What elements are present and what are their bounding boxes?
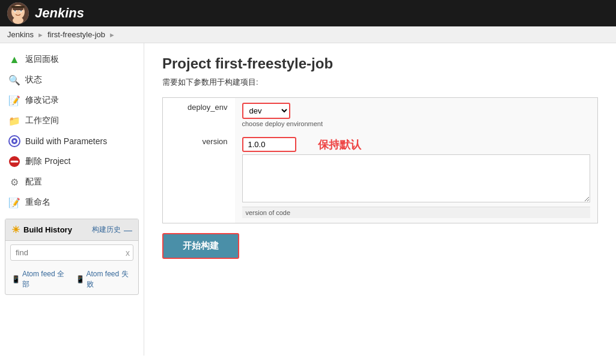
rss-fail-icon: 📱 [76,275,85,284]
rename-icon: 📝 [8,196,20,208]
sidebar-item-status[interactable]: 🔍 状态 [0,70,144,90]
start-build-button[interactable]: 开始构建 [162,233,239,259]
build-history-search-area: x [5,241,138,264]
build-btn-row: 开始构建 [162,233,598,259]
deploy-env-select[interactable]: dev staging prod [242,103,290,119]
param-row-deploy-env: deploy_env dev staging prod choose deplo… [163,98,598,133]
sidebar-label-workspace: 工作空间 [25,115,59,126]
sidebar-item-back-to-dashboard[interactable]: ▲ 返回面板 [0,49,144,70]
atom-feed-row: 📱 Atom feed 全部 📱 Atom feed 失败 [5,264,138,294]
jenkins-logo [7,2,29,24]
build-history-title-text: Build History [23,225,72,234]
arrow-up-icon: ▲ [8,53,20,65]
deploy-env-input-cell: dev staging prod choose deploy environme… [235,98,598,133]
minus-icon: — [124,225,132,235]
svg-point-11 [13,140,16,142]
sidebar-label-back: 返回面板 [25,54,59,65]
sidebar: ▲ 返回面板 🔍 状态 📝 修改记录 📁 工作空间 Build with Par [0,43,144,356]
project-subtitle: 需要如下参数用于构建项目: [162,77,598,88]
sidebar-item-build-with-parameters[interactable]: Build with Parameters [0,131,144,151]
main-layout: ▲ 返回面板 🔍 状态 📝 修改记录 📁 工作空间 Build with Par [0,43,616,356]
version-input[interactable] [242,137,296,152]
sidebar-label-build-with-parameters: Build with Parameters [25,136,107,146]
breadcrumb: Jenkins ► first-freestyle-job ► [0,26,616,43]
atom-feed-fail-link[interactable]: 📱 Atom feed 失败 [76,269,133,290]
build-history-title: ☀ Build History [11,224,72,235]
search-input-wrap: x [10,244,133,261]
version-label: version [163,132,235,223]
delete-icon [8,156,20,168]
sidebar-label-configure: 配置 [25,177,42,187]
svg-rect-8 [11,6,25,8]
svg-point-2 [13,17,23,24]
svg-point-5 [14,10,16,11]
sidebar-item-workspace[interactable]: 📁 工作空间 [0,111,144,131]
deploy-env-label: deploy_env [163,98,235,133]
sidebar-item-configure[interactable]: ⚙ 配置 [0,172,144,192]
build-history-section: ☀ Build History 构建历史 — x 📱 Atom feed 全部 [5,219,139,295]
version-textarea[interactable] [242,154,591,202]
search-input[interactable] [10,244,133,261]
build-history-link[interactable]: 构建历史 — [92,225,132,235]
content-area: Project first-freestyle-job 需要如下参数用于构建项目… [144,43,616,356]
rss-all-icon: 📱 [11,275,20,284]
gear-icon: ⚙ [8,176,20,188]
deploy-env-hint: choose deploy environment [242,120,591,127]
header: Jenkins [0,0,616,26]
jenkins-title: Jenkins [35,5,84,21]
sidebar-item-change-records[interactable]: 📝 修改记录 [0,90,144,111]
build-history-header: ☀ Build History 构建历史 — [5,219,138,241]
magnify-icon: 🔍 [8,74,20,86]
keep-default-label: 保持默认 [318,138,361,152]
sidebar-label-change-records: 修改记录 [25,95,59,106]
atom-feed-all-link[interactable]: 📱 Atom feed 全部 [11,269,69,290]
project-title: Project first-freestyle-job [162,55,598,72]
breadcrumb-sep-2: ► [109,31,115,38]
breadcrumb-job[interactable]: first-freestyle-job [47,30,105,39]
atom-feed-all-label: Atom feed 全部 [22,269,69,290]
param-row-version: version 保持默认 version of code [163,132,598,223]
sidebar-label-delete-project: 删除 Project [25,156,70,167]
sidebar-label-rename: 重命名 [25,197,50,208]
pencil-icon: 📝 [8,94,20,106]
version-hint: version of code [242,207,591,218]
sidebar-item-delete-project[interactable]: 删除 Project [0,151,144,172]
build-history-link-text: 构建历史 [92,225,121,235]
svg-point-6 [20,10,22,11]
sidebar-item-rename[interactable]: 📝 重命名 [0,192,144,213]
sun-icon: ☀ [11,224,20,235]
build-icon [8,135,20,147]
search-clear-button[interactable]: x [126,248,130,258]
params-table: deploy_env dev staging prod choose deplo… [162,97,598,223]
breadcrumb-jenkins[interactable]: Jenkins [7,30,34,39]
breadcrumb-sep-1: ► [37,31,44,38]
atom-feed-fail-label: Atom feed 失败 [87,269,133,290]
sidebar-label-status: 状态 [25,74,42,85]
folder-icon: 📁 [8,115,20,127]
version-input-cell: 保持默认 version of code [235,132,598,223]
